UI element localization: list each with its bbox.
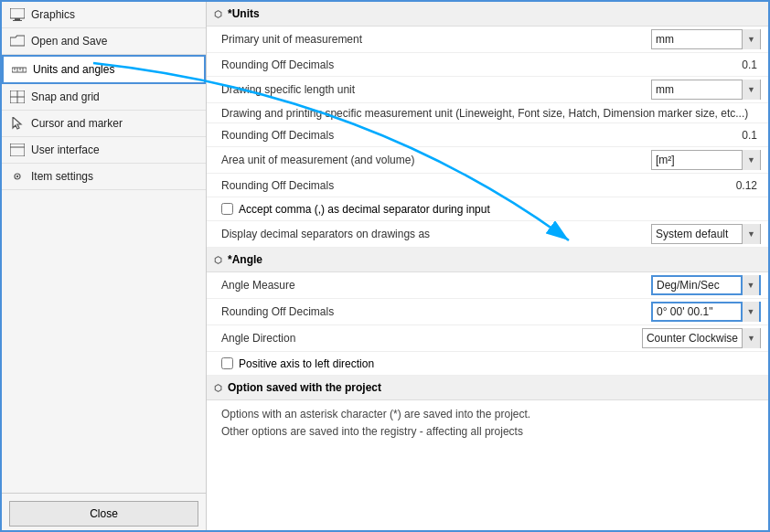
angle-measure-dropdown[interactable]: Deg/Min/Sec ▼ <box>651 275 761 295</box>
sidebar-item-label: Cursor and marker <box>31 117 123 130</box>
note-section: Options with an asterisk character (*) a… <box>207 400 768 446</box>
rounding-2-value: 0.1 <box>642 129 761 142</box>
svg-rect-11 <box>10 144 25 156</box>
close-button[interactable]: Close <box>9 501 198 527</box>
rounding-1-value: 0.1 <box>642 59 761 71</box>
angle-rounding-label: Rounding Off Decimals <box>221 305 642 318</box>
ruler-icon <box>11 61 27 78</box>
rounding-1-row: Rounding Off Decimals 0.1 <box>207 53 768 77</box>
angle-direction-value: Counter Clockwise ▼ <box>642 328 761 348</box>
svg-rect-2 <box>13 20 22 21</box>
angle-rounding-row: Rounding Off Decimals 0° 00' 00.1" ▼ <box>207 299 768 325</box>
sidebar-item-label: Item settings <box>31 170 93 183</box>
sidebar-item-graphics[interactable]: Graphics <box>2 2 206 28</box>
angle-measure-row: Angle Measure Deg/Min/Sec ▼ <box>207 272 768 299</box>
angle-direction-row: Angle Direction Counter Clockwise ▼ <box>207 325 768 352</box>
note-2: Other options are saved into the registr… <box>221 423 754 441</box>
sidebar-item-label: Graphics <box>31 8 75 21</box>
svg-point-14 <box>16 176 18 177</box>
sidebar-item-label: User interface <box>31 144 100 156</box>
sidebar-item-label: Units and angles <box>33 63 114 76</box>
sidebar-item-cursor-marker[interactable]: Cursor and marker <box>2 111 206 137</box>
area-unit-value: [m²] ▼ <box>642 150 761 170</box>
area-unit-label: Area unit of measurement (and volume) <box>221 154 642 166</box>
sidebar-item-item-settings[interactable]: Item settings <box>2 164 206 190</box>
rounding-3-row: Rounding Off Decimals 0.12 <box>207 174 768 197</box>
grid-icon <box>9 89 26 105</box>
drawing-length-dropdown[interactable]: mm ▼ <box>651 80 761 100</box>
sidebar: Graphics Open and Save Units and angles … <box>2 2 207 532</box>
rounding-2-label: Rounding Off Decimals <box>221 129 642 142</box>
rounding-2-text: 0.1 <box>715 129 761 142</box>
display-decimal-label: Display decimal separators on drawings a… <box>221 228 642 240</box>
collapse-icon-option: ⬡ <box>214 383 222 393</box>
primary-unit-dropdown[interactable]: mm ▼ <box>651 29 761 49</box>
accept-comma-row: Accept comma (,) as decimal separator du… <box>207 197 768 221</box>
rounding-1-text: 0.1 <box>715 59 761 71</box>
option-section-title: Option saved with the project <box>228 381 381 394</box>
primary-unit-value: mm ▼ <box>642 29 761 49</box>
svg-rect-3 <box>12 68 27 72</box>
angle-rounding-value: 0° 00' 00.1" ▼ <box>642 302 761 322</box>
display-decimal-row: Display decimal separators on drawings a… <box>207 221 768 248</box>
window-icon <box>9 142 26 158</box>
sidebar-item-label: Snap and grid <box>31 90 100 103</box>
note-1: Options with an asterisk character (*) a… <box>221 406 754 423</box>
drawing-length-row: Drawing specific length unit mm ▼ <box>207 77 768 103</box>
angle-measure-dropdown-text: Deg/Min/Sec <box>653 279 741 292</box>
chevron-down-icon: ▼ <box>742 29 760 49</box>
area-unit-row: Area unit of measurement (and volume) [m… <box>207 147 768 174</box>
drawing-length-value: mm ▼ <box>642 80 761 100</box>
option-section-header: ⬡ Option saved with the project <box>207 376 768 400</box>
angle-section-header: ⬡ *Angle <box>207 248 768 272</box>
area-unit-dropdown-text: [m²] <box>652 154 742 166</box>
primary-unit-label: Primary unit of measurement <box>221 33 642 46</box>
area-unit-dropdown[interactable]: [m²] ▼ <box>651 150 761 170</box>
accept-comma-checkbox[interactable] <box>221 203 233 215</box>
angle-measure-label: Angle Measure <box>221 279 642 292</box>
display-decimal-dropdown[interactable]: System default ▼ <box>651 224 761 244</box>
angle-direction-label: Angle Direction <box>221 332 642 345</box>
chevron-down-icon: ▼ <box>741 302 759 322</box>
sidebar-item-open-save[interactable]: Open and Save <box>2 28 206 55</box>
angle-direction-dropdown[interactable]: Counter Clockwise ▼ <box>642 328 761 348</box>
positive-axis-label: Positive axis to left direction <box>239 357 374 370</box>
positive-axis-row: Positive axis to left direction <box>207 352 768 376</box>
rounding-3-value: 0.12 <box>642 179 761 192</box>
sidebar-item-label: Open and Save <box>31 35 107 48</box>
display-decimal-dropdown-text: System default <box>652 228 742 240</box>
rounding-3-label: Rounding Off Decimals <box>221 179 642 192</box>
rounding-2-row: Rounding Off Decimals 0.1 <box>207 123 768 147</box>
folder-icon <box>9 33 26 49</box>
angle-measure-value: Deg/Min/Sec ▼ <box>642 275 761 295</box>
sidebar-item-user-interface[interactable]: User interface <box>2 137 206 164</box>
settings-icon <box>9 168 26 185</box>
rounding-3-text: 0.12 <box>715 179 761 192</box>
svg-rect-0 <box>10 8 25 18</box>
angle-section-title: *Angle <box>228 253 262 266</box>
sidebar-item-units-angles[interactable]: Units and angles <box>2 55 206 84</box>
accept-comma-label: Accept comma (,) as decimal separator du… <box>239 203 490 216</box>
cursor-icon <box>9 115 26 132</box>
units-section-title: *Units <box>228 7 260 20</box>
collapse-icon: ⬡ <box>214 9 222 19</box>
chevron-down-icon: ▼ <box>742 80 760 100</box>
rounding-1-label: Rounding Off Decimals <box>221 59 642 71</box>
chevron-down-icon: ▼ <box>742 150 760 170</box>
sidebar-bottom: Close <box>2 493 206 532</box>
chevron-down-icon: ▼ <box>742 328 760 348</box>
svg-rect-1 <box>15 18 20 20</box>
units-section-header: ⬡ *Units <box>207 2 768 27</box>
main-content: ⬡ *Units Primary unit of measurement mm … <box>207 2 768 532</box>
chevron-down-icon: ▼ <box>741 275 759 295</box>
primary-unit-dropdown-text: mm <box>652 33 742 46</box>
drawing-length-dropdown-text: mm <box>652 83 742 96</box>
info-row: Drawing and printing specific measuremen… <box>207 103 768 123</box>
info-text: Drawing and printing specific measuremen… <box>221 107 748 120</box>
angle-rounding-dropdown[interactable]: 0° 00' 00.1" ▼ <box>651 302 761 322</box>
positive-axis-checkbox[interactable] <box>221 357 233 369</box>
sidebar-item-snap-grid[interactable]: Snap and grid <box>2 84 206 111</box>
chevron-down-icon: ▼ <box>742 224 760 244</box>
display-decimal-value: System default ▼ <box>642 224 761 244</box>
angle-rounding-dropdown-text: 0° 00' 00.1" <box>653 305 741 318</box>
